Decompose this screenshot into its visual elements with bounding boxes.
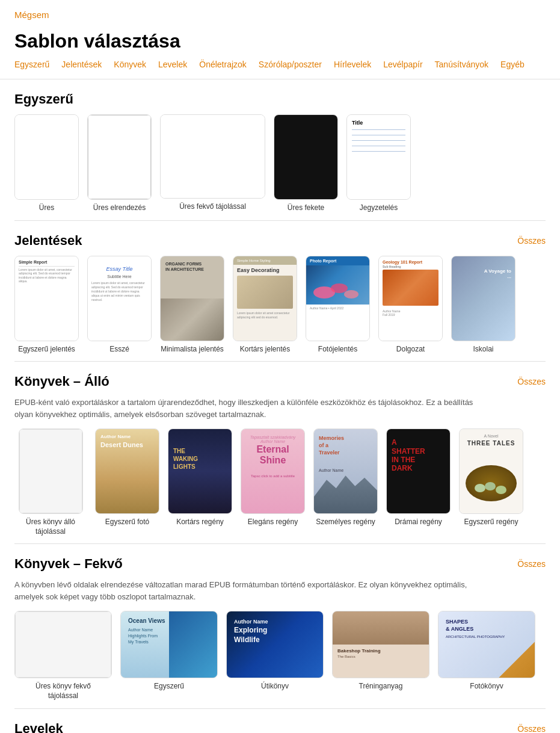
template-thumb-photo-report: Photo Report Author Name • April 2022 [306,256,369,341]
template-item-wildlife[interactable]: Author NameExploringWildlife Útikönyv [226,611,324,701]
books-landscape-all-button[interactable]: Összes [517,559,546,569]
template-item-memories[interactable]: Memoriesof aTraveler Author Name Személy… [313,428,378,536]
nav-item-letters[interactable]: Levelek [158,60,187,69]
books-portrait-all-button[interactable]: Összes [517,377,546,386]
template-label: Üres könyv álló tájolással [14,518,87,536]
section-books-portrait: Könyvek – Álló Összes EPUB-ként való exp… [0,362,560,541]
template-item-landscape[interactable]: Üres fekvő tájolással [160,114,265,213]
nav-item-resumes[interactable]: Önéletrajzok [199,60,247,69]
template-item-minimal[interactable]: ORGANIC FORMSIN ARCHITECTURE Minimalista… [160,256,224,354]
template-item-photo-report[interactable]: Photo Report Author Name • April 2022 Fo… [306,256,370,354]
template-thumb-shatter: ASHATTERIN THEDARK [387,429,450,513]
page-title: Sablon választása [0,25,560,60]
section-simple: Egyszerű Üres Üres elrendezés Üres fekvő… [0,79,560,218]
nav-item-flyer[interactable]: Szórólap/poszter [259,60,322,69]
template-label: Elegáns regény [248,518,298,527]
section-letters: Levelek Összes Sender Name Lorem ipsum d… [0,709,560,733]
template-thumb-empty-portrait [19,429,82,513]
template-label: Tréninganyag [359,682,403,691]
section-books-portrait-title: Könyvek – Álló [14,374,109,389]
section-simple-title: Egyszerű [14,91,73,107]
template-thumb-ocean: Ocean Views Author NameHighlights FromMy… [121,611,217,678]
template-label: Dolgozat [396,345,425,354]
template-label: Fotókönyv [470,682,503,691]
template-thumb-notes: Title [347,115,410,199]
reports-template-row: Simple Report Lorem ipsum dolor sit amet… [14,256,546,354]
template-thumb-shapes: SHAPES& ANGLESARCHITECTURAL PHOTOGRAPHY [438,611,535,678]
template-label: Fotójelentés [318,345,357,354]
simple-template-row: Üres Üres elrendezés Üres fekvő tájoláss… [14,114,546,213]
template-thumb-empty-landscape [15,611,111,678]
nav-item-reports[interactable]: Jelentések [61,60,102,69]
template-thumb-bakeshop: Bakeshop Training The Basics [333,611,429,678]
template-thumb-elegant: Tapasztalt szakkiadványAuthor Name Etern… [241,429,304,513]
template-label: Útikönyv [261,682,289,691]
template-label: Iskolai [473,345,493,354]
template-item-black[interactable]: Üres fekete [274,114,338,213]
letters-all-button[interactable]: Összes [517,724,546,733]
nav-item-certificates[interactable]: Tanúsítványok [435,60,489,69]
nav-item-stationery[interactable]: Levélpapír [383,60,422,69]
reports-all-button[interactable]: Összes [517,236,546,246]
template-label: Kortárs regény [176,518,224,527]
section-reports: Jelentések Összes Simple Report Lorem ip… [0,221,560,359]
template-item-bakeshop[interactable]: Bakeshop Training The Basics Tréninganya… [332,611,429,701]
template-label: Jegyzetelés [360,203,398,213]
template-label: Személyes regény [316,518,375,527]
template-item-empty-landscape[interactable]: Üres könyv fekvő tájolással [14,611,112,701]
nav-item-simple[interactable]: Egyszerű [14,60,49,69]
template-item-desert[interactable]: Author NameDesert Dunes Egyszerű fotó [95,428,159,536]
nav-item-newsletters[interactable]: Hírlevelek [334,60,371,69]
template-label: Egyszerű jelentés [18,345,75,354]
template-thumb-contemporary: Simple Home Styling Easy Decorating Lore… [233,256,297,341]
template-label: Üres elrendezés [93,203,146,213]
template-label: Üres [39,203,54,213]
svg-point-1 [331,283,348,293]
books-portrait-template-row: Üres könyv álló tájolással Author NameDe… [14,428,546,536]
template-item-contemporary[interactable]: Simple Home Styling Easy Decorating Lore… [233,256,297,354]
section-letters-title: Levelek [14,721,63,733]
template-thumb-wildlife: Author NameExploringWildlife [227,611,323,678]
section-books-landscape-title: Könyvek – Fekvő [14,556,123,572]
template-item-ocean[interactable]: Ocean Views Author NameHighlights FromMy… [120,611,218,701]
template-item-shapes[interactable]: SHAPES& ANGLESARCHITECTURAL PHOTOGRAPHY … [438,611,535,701]
template-item-paper[interactable]: Geology 101 ReportSub Heading Author Nam… [378,256,443,354]
template-item-waking[interactable]: THEWAKINGLIGHTS Kortárs regény [168,428,232,536]
nav-item-books[interactable]: Könyvek [114,60,146,69]
template-item-school[interactable]: A Voyage to... Iskolai [451,256,515,354]
template-item-notes[interactable]: Title Jegyzetelés [346,114,411,213]
template-thumb-three-tales: A Novel THREE TALES [460,429,523,513]
template-thumb-essay: Essay Title Subtitle Here Lorem ipsum do… [88,256,151,341]
template-item-empty[interactable]: Üres [14,114,79,213]
template-thumb-school: A Voyage to... [452,256,515,341]
template-thumb-simple-report: Simple Report Lorem ipsum dolor sit amet… [15,256,78,341]
nav-item-other[interactable]: Egyéb [500,60,525,69]
template-label: Minimalista jelentés [161,345,224,354]
template-thumb-waking: THEWAKINGLIGHTS [168,429,232,513]
template-thumb-memories: Memoriesof aTraveler Author Name [314,429,377,513]
template-item-elegant[interactable]: Tapasztalt szakkiadványAuthor Name Etern… [241,428,305,536]
template-item-shatter[interactable]: ASHATTERIN THEDARK Drámai regény [386,428,451,536]
template-item-simple-report[interactable]: Simple Report Lorem ipsum dolor sit amet… [14,256,79,354]
template-thumb-desert: Author NameDesert Dunes [96,429,159,513]
cancel-button[interactable]: Mégsem [14,10,49,20]
section-reports-title: Jelentések [14,233,82,249]
template-item-essay[interactable]: Essay Title Subtitle Here Lorem ipsum do… [87,256,152,354]
template-item-empty-layout[interactable]: Üres elrendezés [87,114,152,213]
svg-point-2 [344,290,358,298]
template-label: Üres fekete [288,203,324,213]
template-label: Üres könyv fekvő tájolással [27,682,99,701]
template-item-three-tales[interactable]: A Novel THREE TALES Egyszerű regény [459,428,523,536]
section-books-landscape: Könyvek – Fekvő Összes A könyvben lévő o… [0,544,560,705]
template-label: Egyszerű fotó [105,518,149,527]
template-thumb-minimal: ORGANIC FORMSIN ARCHITECTURE [161,256,224,341]
template-label: Esszé [109,345,129,354]
template-item-empty-portrait[interactable]: Üres könyv álló tájolással [14,428,87,536]
books-landscape-desc: A könyvben lévő oldalak elrendezése vált… [14,579,484,602]
top-bar: Mégsem [0,0,560,25]
category-nav: Egyszerű Jelentések Könyvek Levelek Önél… [0,60,560,79]
template-thumb-paper: Geology 101 ReportSub Heading Author Nam… [379,256,442,341]
template-thumb-empty [15,115,78,199]
template-thumb-empty-layout [88,115,151,199]
template-label: Drámai regény [395,518,442,527]
